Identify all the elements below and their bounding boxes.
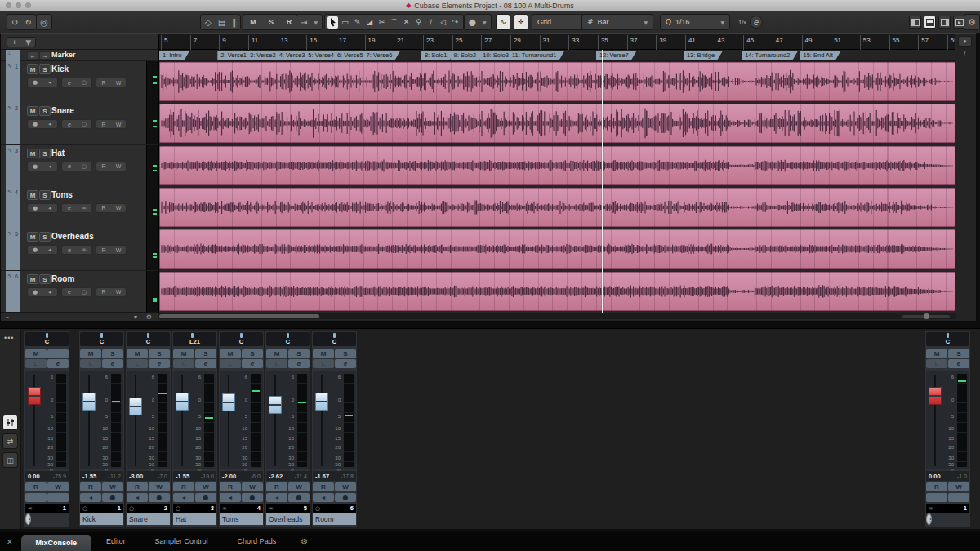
read-automation-button[interactable]: R <box>266 482 287 491</box>
audio-event[interactable] <box>159 188 956 227</box>
open-quantize-panel-button[interactable]: e <box>750 16 763 29</box>
edit-channel-settings-button[interactable]: e <box>242 359 263 368</box>
split-tool-icon[interactable]: ✂ <box>376 16 387 29</box>
audio-event[interactable] <box>159 272 956 311</box>
channel-record-button[interactable]: ● <box>242 493 263 502</box>
audio-event[interactable] <box>159 146 956 185</box>
marker-tag[interactable]: 13: Bridge <box>684 51 723 60</box>
write-automation-button[interactable]: W <box>195 482 216 491</box>
pan-control[interactable]: C <box>313 332 356 346</box>
redo-icon[interactable]: ↻ <box>24 18 31 27</box>
edit-channel-settings-button[interactable]: e <box>288 359 310 368</box>
channel-name[interactable]: Snare <box>127 513 170 525</box>
channel-record-button[interactable]: ● <box>149 493 170 502</box>
listen-button[interactable]: L <box>25 359 47 368</box>
channel-solo-button[interactable]: S <box>102 349 123 358</box>
channel-record-button[interactable] <box>47 493 69 502</box>
write-automation-button[interactable]: W <box>47 482 69 491</box>
autoscroll-button[interactable]: ⇥ <box>301 18 307 27</box>
channel-name[interactable]: Overheads <box>266 513 310 525</box>
channel-monitor-button[interactable]: ◂ <box>266 493 287 502</box>
track-row[interactable]: ∿ 3 M S Hat ● ◂ e ○ R W <box>1 145 158 188</box>
peak-value[interactable]: -6.0 <box>251 473 261 479</box>
marker-tag[interactable]: 1: Intro <box>159 51 189 60</box>
channel-name[interactable]: Hat <box>173 513 216 525</box>
monitor-icon[interactable]: ◂ <box>42 121 57 127</box>
color-tool-icon[interactable]: ↷ <box>450 16 461 29</box>
monitor-icon[interactable]: ◂ <box>42 247 57 253</box>
track-mute-button[interactable]: M <box>27 106 38 116</box>
marker-tag[interactable]: 14: Turnaround2 <box>742 51 798 60</box>
track-row[interactable]: ∿ 1 M S Kick ● ◂ e ○ R W <box>1 61 158 104</box>
read-automation-icon[interactable]: R <box>96 163 111 169</box>
channel-monitor-button[interactable] <box>926 493 947 502</box>
channel-name[interactable]: Toms <box>220 513 263 525</box>
gain-value[interactable]: -2.62 <box>269 473 283 480</box>
gain-value[interactable]: 0.00 <box>929 473 941 480</box>
tab-sampler-control[interactable]: Sampler Control <box>140 534 223 549</box>
channel-solo-button[interactable]: S <box>335 349 356 358</box>
quantize-preset-dropdown[interactable]: Q 1/16▼ <box>660 14 730 30</box>
pan-control[interactable]: C <box>127 332 170 346</box>
write-automation-icon[interactable]: W <box>111 289 126 295</box>
channel-mute-button[interactable]: M <box>313 349 334 358</box>
listen-button[interactable]: L <box>80 359 101 368</box>
monitor-icon[interactable]: ◂ <box>42 289 57 295</box>
edit-channel-settings-button[interactable]: e <box>195 359 216 368</box>
audio-event[interactable] <box>159 229 956 269</box>
audio-event[interactable] <box>159 104 956 143</box>
channel-record-button[interactable] <box>948 493 969 502</box>
range-selection-tool-icon[interactable]: ▭ <box>340 16 350 29</box>
audio-event[interactable] <box>159 62 956 101</box>
close-window-button[interactable] <box>6 2 11 8</box>
set-up-window-layout-icon[interactable]: ◇ <box>205 18 212 27</box>
gain-value[interactable]: -2.00 <box>222 473 236 480</box>
zoom-window-button[interactable] <box>25 2 31 8</box>
peak-value[interactable]: -7.0 <box>158 473 167 479</box>
channel-solo-button[interactable]: S <box>948 349 969 358</box>
listen-button[interactable]: L <box>220 359 241 368</box>
tab-editor[interactable]: Editor <box>91 534 140 549</box>
pan-control[interactable]: L21 <box>173 332 216 346</box>
record-arm-icon[interactable]: ● <box>28 121 42 127</box>
track-row[interactable]: ∿ 6 M S Room ● ◂ e ○ R W <box>1 271 158 313</box>
pan-control[interactable]: C <box>220 332 263 346</box>
monitor-icon[interactable]: ◂ <box>42 163 57 170</box>
undo-icon[interactable]: ↺ <box>11 18 18 27</box>
edit-channel-icon[interactable]: e <box>62 247 77 253</box>
add-track-button[interactable]: + <box>7 38 21 47</box>
read-automation-button[interactable]: R <box>25 482 47 491</box>
record-arm-icon[interactable]: ● <box>28 79 42 86</box>
channel-monitor-button[interactable]: ◂ <box>220 493 241 502</box>
channel-mute-button[interactable]: M <box>926 349 947 358</box>
channel-monitor-button[interactable] <box>25 493 47 502</box>
marker-tag[interactable]: 8: Solo1 <box>421 51 456 60</box>
track-list-settings-gear-icon[interactable]: ⚙ <box>146 313 152 321</box>
marker-lane[interactable]: 1: Intro2: Verse13: Verse24: Verse35: Ve… <box>159 50 956 61</box>
read-automation-button[interactable]: R <box>926 482 947 491</box>
object-selection-tool-icon[interactable] <box>327 16 338 29</box>
horizontal-zoom-slider[interactable] <box>902 315 950 318</box>
read-automation-icon[interactable]: R <box>96 122 111 127</box>
autoscroll-dropdown-icon[interactable]: ▼ <box>314 20 318 25</box>
record-arm-icon[interactable]: ● <box>28 205 42 211</box>
write-automation-button[interactable]: W <box>288 482 310 491</box>
channel-mute-button[interactable]: M <box>266 349 287 358</box>
scrollbar-handle[interactable] <box>159 314 319 318</box>
playhead[interactable] <box>602 50 603 313</box>
write-automation-button[interactable]: W <box>948 482 969 491</box>
edit-channel-settings-button[interactable]: e <box>335 359 356 368</box>
write-automation-button[interactable]: W <box>242 482 263 491</box>
marker-tag[interactable]: 7: Verse6 <box>363 51 401 60</box>
track-mute-button[interactable]: M <box>27 149 38 158</box>
record-arm-icon[interactable]: ● <box>28 289 42 295</box>
write-automation-icon[interactable]: W <box>111 80 126 86</box>
marker-track-row[interactable]: ⌶ ⇤ ⇥ Marker <box>1 50 158 61</box>
marker-edit-icon[interactable]: ∕ <box>958 48 972 59</box>
edit-channel-icon[interactable]: e <box>62 122 77 127</box>
show-lower-zone-button[interactable] <box>924 16 936 29</box>
channel-monitor-button[interactable]: ◂ <box>127 493 148 502</box>
track-mute-button[interactable]: M <box>27 190 38 200</box>
erase-tool-icon[interactable]: ◪ <box>364 16 375 29</box>
constrain-delay-compensation-button[interactable]: ◎ <box>36 14 52 30</box>
